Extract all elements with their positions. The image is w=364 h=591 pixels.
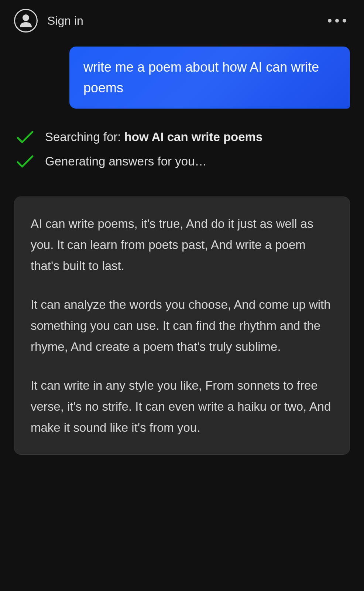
dot-icon (335, 19, 339, 23)
more-options-button[interactable] (328, 19, 350, 23)
person-icon (18, 13, 34, 29)
response-paragraph: AI can write poems, it's true, And do it… (31, 213, 333, 276)
response-paragraph: It can analyze the words you choose, And… (31, 294, 333, 357)
searching-prefix: Searching for: (45, 130, 124, 144)
sign-in-link[interactable]: Sign in (47, 14, 83, 28)
generating-status-row: Generating answers for you… (16, 154, 348, 168)
checkmark-icon (16, 155, 34, 168)
header-left: Sign in (14, 9, 83, 33)
response-paragraph: It can write in any style you like, From… (31, 375, 333, 438)
dot-icon (343, 19, 346, 23)
user-message-bubble: write me a poem about how AI can write p… (69, 47, 350, 109)
searching-status-text: Searching for: how AI can write poems (45, 130, 262, 144)
status-section: Searching for: how AI can write poems Ge… (0, 112, 364, 186)
user-message-row: write me a poem about how AI can write p… (0, 38, 364, 112)
dot-icon (328, 19, 332, 23)
svg-point-0 (23, 14, 29, 21)
avatar-icon[interactable] (14, 9, 38, 33)
header-bar: Sign in (0, 0, 364, 38)
generating-status-text: Generating answers for you… (45, 154, 207, 168)
searching-status-row: Searching for: how AI can write poems (16, 130, 348, 144)
searching-query: how AI can write poems (124, 130, 263, 144)
ai-response-card: AI can write poems, it's true, And do it… (14, 197, 350, 455)
checkmark-icon (16, 130, 34, 144)
